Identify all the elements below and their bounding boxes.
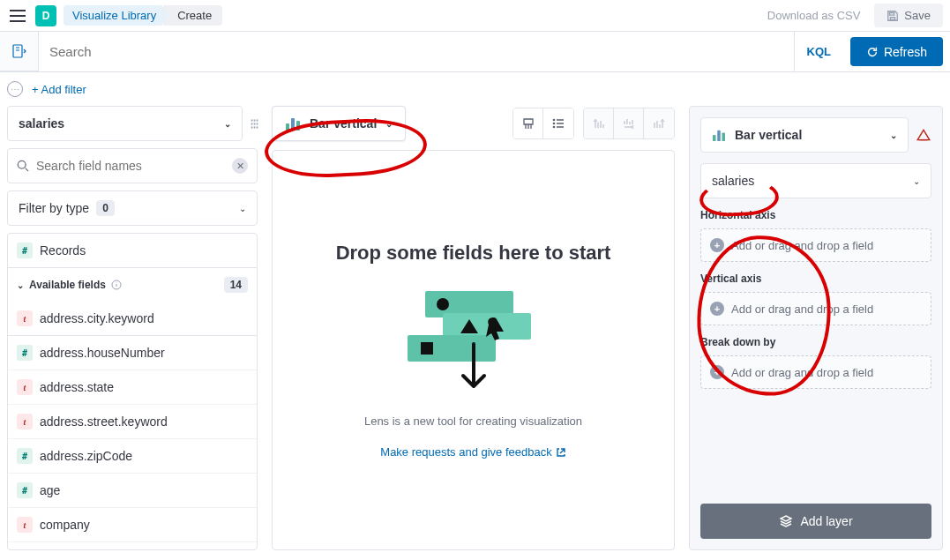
field-label: address.street.keyword (40, 414, 168, 429)
index-pattern-select[interactable]: salaries ⌄ (7, 106, 243, 141)
clear-search-icon[interactable]: ✕ (232, 158, 248, 174)
kql-toggle[interactable]: KQL (794, 32, 843, 71)
feedback-link[interactable]: Make requests and give feedback (380, 445, 565, 459)
available-fields-header[interactable]: ⌄ Available fields 14 (8, 268, 257, 302)
chart-type-select[interactable]: Bar vertical ⌄ (272, 106, 406, 141)
svg-point-10 (437, 298, 449, 310)
field-item[interactable]: #address.houseNumber (8, 336, 257, 370)
drop-hint-label: Add or drag and drop a field (731, 366, 873, 379)
breakdown-drop[interactable]: + Add or drag and drop a field (700, 355, 931, 389)
workspace: salaries ⌄ ⁝⁝⁝ ✕ Filter by type 0 ⌄ # Re… (0, 106, 950, 550)
breadcrumb-create: Create (163, 5, 222, 26)
download-csv-button[interactable]: Download as CSV (757, 4, 871, 27)
chevron-down-icon: ⌄ (239, 204, 246, 213)
change-filters-icon[interactable]: ⋯ (7, 81, 23, 97)
chevron-down-icon: ⌄ (890, 131, 897, 140)
field-label: company (40, 518, 90, 532)
field-item[interactable]: taddress.street.keyword (8, 405, 257, 439)
field-search[interactable]: ✕ (7, 148, 258, 183)
breadcrumb: Visualize Library Create (64, 5, 222, 26)
field-item[interactable]: #address.zipCode (8, 439, 257, 474)
layer-index-pattern-select[interactable]: salaries ⌄ (700, 163, 931, 198)
add-layer-button[interactable]: Add layer (700, 504, 931, 539)
number-type-icon: # (17, 448, 33, 464)
breadcrumb-visualize-library[interactable]: Visualize Library (64, 5, 168, 26)
top-actions: Download as CSV Save (757, 4, 943, 27)
svg-rect-17 (722, 132, 726, 141)
search-icon (17, 160, 29, 172)
index-pattern-label: salaries (19, 116, 64, 131)
toolbar-group-1 (512, 108, 574, 139)
horizontal-axis-drop[interactable]: + Add or drag and drop a field (700, 228, 931, 262)
plus-icon: + (710, 365, 724, 379)
refresh-icon (866, 46, 879, 58)
field-item[interactable]: #age (8, 474, 257, 508)
feedback-link-label: Make requests and give feedback (380, 445, 551, 459)
menu-icon[interactable] (7, 5, 28, 26)
center-panel: Bar vertical ⌄ (272, 106, 675, 550)
breakdown-label: Break down by (700, 336, 931, 348)
svg-rect-5 (296, 121, 300, 131)
text-type-icon: t (17, 517, 33, 533)
vertical-axis-drop[interactable]: + Add or drag and drop a field (700, 292, 931, 325)
saved-query-button[interactable] (0, 32, 39, 71)
number-type-icon: # (17, 482, 33, 498)
reset-layer-icon[interactable] (916, 127, 931, 143)
save-button[interactable]: Save (874, 4, 943, 27)
plus-icon: + (710, 302, 724, 316)
svg-rect-16 (717, 131, 721, 141)
drop-canvas[interactable]: Drop some fields here to start Lens is a… (272, 150, 675, 550)
left-axis-icon (584, 108, 614, 138)
info-icon (111, 280, 122, 290)
filter-by-type-button[interactable]: Filter by type 0 ⌄ (7, 190, 258, 226)
text-type-icon: t (17, 379, 33, 395)
drop-hint-label: Add or drag and drop a field (731, 302, 873, 316)
add-filter-row: ⋯ + Add filter (0, 72, 950, 106)
text-type-icon: t (17, 310, 33, 326)
chevron-down-icon: ⌄ (17, 280, 24, 290)
svg-rect-14 (421, 342, 433, 355)
right-panel: Bar vertical ⌄ salaries ⌄ Horizontal axi… (689, 106, 943, 550)
field-item[interactable]: taddress.city.keyword (8, 302, 257, 336)
svg-rect-0 (13, 45, 22, 57)
field-item[interactable]: taddress.state (8, 370, 257, 405)
field-search-input[interactable] (36, 159, 225, 173)
field-item[interactable]: tcompany (8, 508, 257, 542)
refresh-button[interactable]: Refresh (850, 37, 943, 66)
available-fields-label: Available fields (29, 279, 106, 291)
svg-point-1 (18, 161, 26, 168)
field-list: # Records ⌄ Available fields 14 taddress… (7, 233, 258, 550)
grip-icon[interactable]: ⁝⁝⁝ (250, 116, 258, 132)
field-label: Records (40, 243, 86, 258)
toolbar-group-2 (583, 108, 675, 139)
bottom-axis-icon (614, 108, 644, 138)
number-type-icon: # (17, 243, 33, 258)
field-label: address.zipCode (40, 449, 132, 463)
layer-index-pattern-label: salaries (712, 174, 754, 188)
text-type-icon: t (17, 414, 33, 429)
filter-count-badge: 0 (96, 200, 115, 216)
layer-chart-type-select[interactable]: Bar vertical ⌄ (700, 117, 909, 153)
app-logo[interactable]: D (35, 5, 56, 26)
add-filter-button[interactable]: + Add filter (32, 83, 86, 96)
refresh-button-label: Refresh (884, 45, 927, 59)
field-records[interactable]: # Records (8, 234, 257, 268)
svg-point-7 (553, 123, 556, 125)
chevron-down-icon: ⌄ (224, 119, 231, 129)
drop-illustration (403, 282, 544, 397)
list-settings-icon[interactable] (543, 108, 573, 138)
vertical-axis-section: Vertical axis + Add or drag and drop a f… (700, 273, 931, 325)
canvas-subtext: Lens is a new tool for creating visualiz… (364, 414, 582, 428)
drop-hint-label: Add or drag and drop a field (731, 239, 873, 252)
query-input[interactable] (39, 32, 794, 71)
field-label: age (40, 483, 60, 497)
filter-by-type-label: Filter by type (19, 201, 89, 215)
top-bar: D Visualize Library Create Download as C… (0, 0, 950, 32)
field-label: address.city.keyword (40, 311, 154, 325)
layer-chart-type-label: Bar vertical (735, 128, 802, 142)
field-label: address.state (40, 380, 114, 394)
save-button-label: Save (904, 9, 931, 22)
field-label: address.houseNumber (40, 346, 165, 360)
filter-bar: KQL Refresh (0, 32, 950, 72)
brush-icon[interactable] (513, 108, 543, 138)
